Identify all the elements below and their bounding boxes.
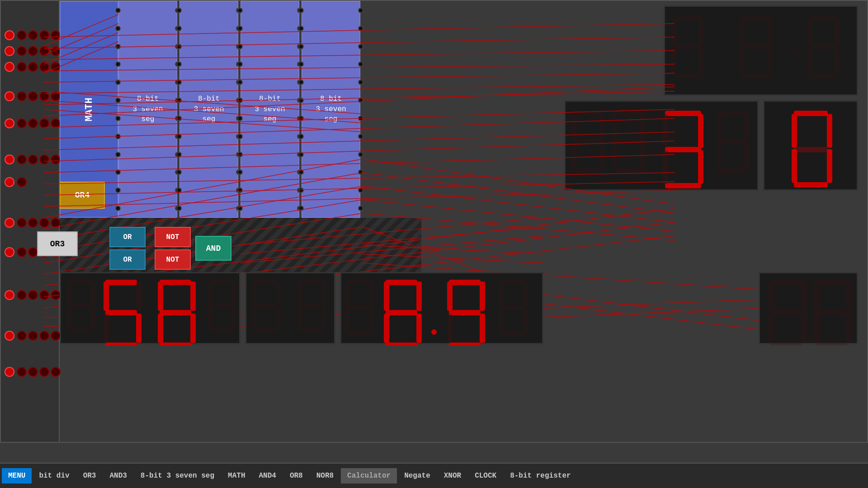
tab-nor8[interactable]: NOR8 [310,468,340,483]
pin-dot-44[interactable] [17,290,27,300]
seg-col-4-pin[interactable] [358,134,363,139]
or-gate-bottom[interactable]: OR [109,249,146,270]
pin-dot-49[interactable] [17,331,27,341]
seg-col-4-pin-l[interactable] [298,152,304,157]
seg-column-4[interactable]: 8-bit3 sevenseg [302,1,360,218]
pin-dot-36[interactable] [39,218,49,228]
seg-col-4-pin[interactable] [358,188,363,193]
pin-dot-48[interactable] [5,331,14,341]
pin-dot-18[interactable] [28,91,38,101]
seg-col-1-pin-l[interactable] [115,26,121,31]
seg-col-1-pin-l[interactable] [115,44,121,49]
seg-col-1-pin-l[interactable] [115,206,121,211]
pin-dot-47[interactable] [51,290,61,300]
seg-column-2[interactable]: 8-bit3 sevenseg [179,1,238,218]
pin-dot-14[interactable] [39,62,49,72]
pin-dot-13[interactable] [28,62,38,72]
seg-col-2-pin-l[interactable] [176,61,182,67]
pin-dot-56[interactable] [39,367,49,377]
seg-col-3-pin-l[interactable] [237,152,243,157]
pin-dot-26[interactable] [5,155,14,164]
and-gate[interactable]: AND [195,236,231,261]
seg-col-1-pin-l[interactable] [115,80,121,85]
seg-col-3-pin-l[interactable] [237,98,243,103]
pin-dot-7[interactable] [17,46,27,56]
tab-or3[interactable]: OR3 [77,468,103,483]
tab-or8[interactable]: OR8 [283,468,309,483]
pin-dot-23[interactable] [28,118,38,128]
seg-col-1-pin-l[interactable] [115,169,121,175]
seg-col-4-pin-l[interactable] [298,134,304,139]
seg-col-4-pin[interactable] [358,26,363,31]
pin-dot-51[interactable] [39,331,49,341]
pin-dot-3[interactable] [28,30,38,40]
pin-dot-8[interactable] [28,46,38,56]
not-gate-bottom[interactable]: NOT [155,249,191,270]
pin-dot-33[interactable] [5,218,14,228]
seg-col-4-pin[interactable] [358,98,363,103]
pin-dot-55[interactable] [28,367,38,377]
pin-dot-17[interactable] [17,91,27,101]
seg-col-1-pin-l[interactable] [115,134,121,139]
pin-dot-40[interactable] [28,247,38,257]
pin-dot-46[interactable] [39,290,49,300]
seg-col-4-pin[interactable] [358,80,363,85]
pin-dot-20[interactable] [51,91,61,101]
pin-dot-52[interactable] [51,331,61,341]
pin-dot-31[interactable] [5,177,14,187]
seg-col-2-pin-l[interactable] [176,188,182,193]
or3-gate[interactable]: OR3 [37,231,78,256]
or-gate-top[interactable]: OR [109,227,146,247]
pin-dot-57[interactable] [51,367,61,377]
tab-calculator[interactable]: Calculator [341,468,397,483]
seg-col-4-pin-l[interactable] [298,188,304,193]
tab-8-bit-3-seven-seg[interactable]: 8-bit 3 seven seg [134,468,221,483]
seg-col-4-pin[interactable] [358,61,363,67]
pin-dot-6[interactable] [5,46,14,56]
seg-col-4-pin-l[interactable] [298,116,304,121]
seg-col-4-pin-l[interactable] [298,8,304,13]
pin-dot-28[interactable] [28,155,38,164]
seg-col-3-pin-l[interactable] [237,206,243,211]
tab-bit-div[interactable]: bit div [33,468,75,483]
seg-col-2-pin-l[interactable] [176,80,182,85]
seg-col-4-pin-l[interactable] [298,206,304,211]
seg-col-4-pin-l[interactable] [298,26,304,31]
pin-dot-35[interactable] [28,218,38,228]
pin-dot-9[interactable] [39,46,49,56]
seg-col-2-pin-l[interactable] [176,116,182,121]
pin-dot-12[interactable] [17,62,27,72]
tab-clock[interactable]: CLOCK [468,468,503,483]
seg-col-1-pin-l[interactable] [115,152,121,157]
seg-col-3-pin-l[interactable] [237,26,243,31]
seg-col-4-pin[interactable] [358,116,363,121]
or4-block[interactable]: OR4 [60,182,105,209]
seg-col-2-pin-l[interactable] [176,169,182,175]
seg-col-1-pin-l[interactable] [115,98,121,103]
pin-dot-19[interactable] [39,91,49,101]
seg-col-3-pin-l[interactable] [237,61,243,67]
pin-dot-4[interactable] [39,30,49,40]
seg-col-2-pin-l[interactable] [176,206,182,211]
seg-col-3-pin-l[interactable] [237,188,243,193]
seg-col-2-pin-l[interactable] [176,134,182,139]
seg-col-1-pin-l[interactable] [115,116,121,121]
seg-col-4-pin[interactable] [358,206,363,211]
seg-col-1-pin-l[interactable] [115,188,121,193]
seg-col-2-pin-l[interactable] [176,152,182,157]
pin-dot-32[interactable] [17,177,27,187]
seg-col-2-pin-l[interactable] [176,8,182,13]
pin-dot-5[interactable] [51,30,61,40]
seg-col-4-pin[interactable] [358,8,363,13]
seg-col-3-pin-l[interactable] [237,8,243,13]
seg-col-3-pin-l[interactable] [237,44,243,49]
pin-dot-34[interactable] [17,218,27,228]
seg-col-4-pin[interactable] [358,44,363,49]
seg-col-1-pin-l[interactable] [115,8,121,13]
seg-col-3-pin-l[interactable] [237,169,243,175]
tab-and4[interactable]: AND4 [252,468,282,483]
pin-dot-22[interactable] [17,118,27,128]
tab-math[interactable]: MATH [222,468,251,483]
pin-dot-38[interactable] [5,247,14,257]
not-gate-top[interactable]: NOT [155,227,191,247]
